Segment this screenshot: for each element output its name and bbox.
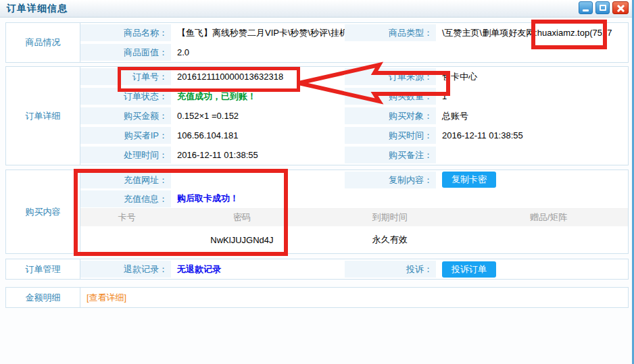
- row-order-no: 订单号： 2016121110000013632318 订单来源： 售卡中心: [80, 67, 628, 86]
- buy-qty-value: 1: [436, 91, 628, 101]
- buy-qty-label: 购买数量：: [345, 88, 436, 105]
- titlebar: 订单详细信息: [0, 0, 634, 18]
- card-table-header: 卡号 密码 到期时间 赠品/矩阵: [80, 208, 628, 226]
- buy-time-value: 2016-12-11 01:38:55: [436, 130, 628, 140]
- window-controls: [579, 1, 629, 14]
- minimize-icon: [583, 9, 589, 11]
- process-time-label: 处理时间：: [80, 147, 171, 163]
- order-source-value: 售卡中心: [436, 71, 628, 83]
- order-status-value: 充值成功，已到账！: [171, 90, 345, 103]
- product-face-label: 商品面值：: [80, 44, 171, 61]
- row-buy-amount: 购买金额： 0.152×1 =0.152 购买对象： 总账号: [80, 106, 628, 126]
- order-detail-window: 订单详细信息 商品情况 商品名称： 【鱼飞】离线秒赞二月VIP卡\秒赞\秒评\挂…: [0, 0, 634, 364]
- recharge-info-label: 充值信息：: [80, 190, 171, 207]
- header-gift: 赠品/矩阵: [469, 211, 628, 224]
- buy-time-label: 购买时间：: [345, 127, 436, 144]
- buy-note-label: 购买备注：: [345, 147, 436, 163]
- product-type-value: \互赞主页\删单项好友网:huaxiamz.top(7517: [436, 27, 628, 39]
- section-order-manage: 订单管理 退款记录： 无退款记录 投诉： 投诉订单: [5, 259, 629, 280]
- product-name-value: 【鱼飞】离线秒赞二月VIP卡\秒赞\秒评\挂机: [171, 27, 345, 39]
- product-name-label: 商品名称：: [80, 24, 171, 41]
- complaint-label: 投诉：: [345, 261, 436, 278]
- header-card-no: 卡号: [80, 211, 174, 224]
- row-process-time: 处理时间： 2016-12-11 01:38:55 购买备注：: [80, 145, 628, 165]
- section-label-manage: 订单管理: [6, 259, 80, 279]
- section-amount-detail: 金额明细 [查看详细]: [5, 287, 629, 308]
- section-label-content: 购买内容: [6, 170, 80, 253]
- row-buyer-ip: 购买者IP： 106.56.104.181 购买时间： 2016-12-11 0…: [80, 126, 628, 145]
- process-time-value: 2016-12-11 01:38:55: [171, 150, 345, 160]
- close-icon: [616, 4, 625, 12]
- refund-value: 无退款记录: [171, 263, 345, 276]
- header-expiry: 到期时间: [310, 211, 469, 224]
- cell-password: NwKlJUJGNd4J: [174, 235, 311, 245]
- row-product-name: 商品名称： 【鱼飞】离线秒赞二月VIP卡\秒赞\秒评\挂机 商品类型： \互赞主…: [80, 23, 628, 43]
- complain-order-button[interactable]: 投诉订单: [442, 261, 496, 278]
- buy-amount-label: 购买金额：: [80, 107, 171, 124]
- cell-expiry: 永久有效: [310, 234, 469, 246]
- product-type-label: 商品类型：: [345, 24, 436, 41]
- row-refund: 退款记录： 无退款记录 投诉： 投诉订单: [80, 259, 628, 279]
- page-title: 订单详细信息: [7, 3, 68, 15]
- row-order-status: 订单状态： 充值成功，已到账！ 购买数量： 1: [80, 86, 628, 106]
- refund-label: 退款记录：: [80, 261, 171, 278]
- order-no-value: 2016121110000013632318: [171, 72, 345, 82]
- row-amount-detail: [查看详细]: [80, 288, 628, 307]
- section-product-info: 商品情况 商品名称： 【鱼飞】离线秒赞二月VIP卡\秒赞\秒评\挂机 商品类型：…: [5, 22, 629, 63]
- buy-amount-value: 0.152×1 =0.152: [171, 111, 345, 121]
- copy-content-label: 复制内容：: [345, 172, 436, 188]
- maximize-button[interactable]: [595, 1, 610, 14]
- section-label-product: 商品情况: [6, 23, 80, 62]
- buy-target-label: 购买对象：: [345, 107, 436, 124]
- row-recharge-info: 充值信息： 购后取卡成功！: [80, 189, 628, 208]
- maximize-icon: [600, 5, 606, 11]
- view-detail-link[interactable]: [查看详细]: [80, 292, 628, 304]
- product-face-value: 2.0: [171, 47, 628, 57]
- recharge-url-label: 充值网址：: [80, 172, 171, 188]
- card-table-row: NwKlJUJGNd4J 永久有效: [80, 226, 628, 253]
- section-label-amount: 金额明细: [6, 288, 80, 307]
- recharge-info-value: 购后取卡成功！: [171, 192, 628, 205]
- order-no-label: 订单号：: [80, 68, 171, 85]
- section-label-order: 订单详细: [6, 67, 80, 165]
- row-recharge-url: 充值网址： 复制内容： 复制卡密: [80, 170, 628, 189]
- copy-card-button[interactable]: 复制卡密: [442, 172, 496, 188]
- buyer-ip-value: 106.56.104.181: [171, 130, 345, 140]
- buyer-ip-label: 购买者IP：: [80, 127, 171, 144]
- order-status-label: 订单状态：: [80, 88, 171, 105]
- header-password: 密码: [174, 211, 311, 224]
- order-source-label: 订单来源：: [345, 68, 436, 85]
- buy-target-value: 总账号: [436, 110, 628, 122]
- section-purchase-content: 购买内容 充值网址： 复制内容： 复制卡密 充值信息： 购后取卡成功！ 卡号 密…: [5, 170, 629, 254]
- main-content: 商品情况 商品名称： 【鱼飞】离线秒赞二月VIP卡\秒赞\秒评\挂机 商品类型：…: [0, 18, 634, 308]
- section-order-detail: 订单详细 订单号： 2016121110000013632318 订单来源： 售…: [5, 66, 629, 165]
- minimize-button[interactable]: [579, 1, 593, 14]
- row-product-face-value: 商品面值： 2.0: [80, 43, 628, 62]
- close-button[interactable]: [612, 1, 629, 14]
